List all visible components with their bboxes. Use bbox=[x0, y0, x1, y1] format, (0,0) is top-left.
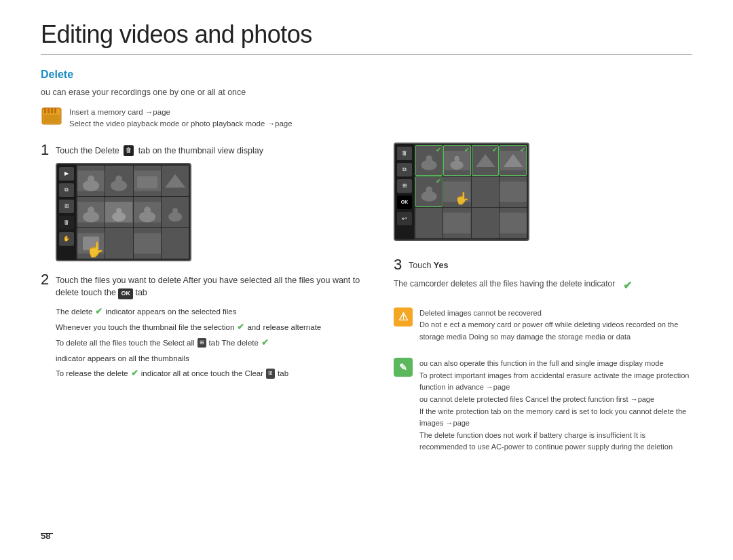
detail-line-4: To release the delete ✔ indicator all at… bbox=[56, 367, 366, 381]
svg-point-24 bbox=[144, 206, 151, 213]
hand-cursor-1: 👆 bbox=[86, 241, 105, 259]
checkmark-4: ✔ bbox=[131, 367, 138, 381]
svg-rect-50 bbox=[443, 212, 470, 233]
btn2-grid: ⊞ bbox=[397, 179, 412, 193]
grid-cell-9: 👆 bbox=[77, 228, 105, 259]
grid-cell-12 bbox=[162, 228, 189, 259]
grid-cell2-1: ✔ bbox=[415, 145, 443, 176]
sidebar-icons-1: ▶ ⧉ ⊞ 🗑 ✋ bbox=[57, 164, 76, 260]
grid-cell-4 bbox=[162, 166, 189, 196]
clear-badge: ⊞ bbox=[266, 369, 275, 379]
svg-point-11 bbox=[115, 175, 122, 182]
svg-rect-31 bbox=[134, 233, 161, 253]
grid-cell-6 bbox=[105, 197, 132, 227]
prereq-text: Insert a memory card →page Select the vi… bbox=[69, 107, 293, 130]
check-2: ✔ bbox=[464, 147, 470, 152]
delete-tab-icon: 🗑 bbox=[124, 145, 134, 156]
grid-cell2-8 bbox=[500, 176, 527, 207]
page-title: Editing videos and photos bbox=[41, 20, 692, 49]
svg-rect-49 bbox=[415, 212, 443, 233]
page-number: 58 bbox=[41, 531, 50, 541]
step-1: 1 Touch the Delete 🗑 tab on the thumbnai… bbox=[41, 143, 366, 261]
svg-point-26 bbox=[168, 212, 182, 221]
step-3: 3 Touch Yes The camcorder deletes all th… bbox=[394, 257, 692, 294]
svg-rect-30 bbox=[105, 233, 132, 253]
hand-cursor-2: 👆 bbox=[455, 191, 470, 206]
step2-header: 2 Touch the files you want to delete Aft… bbox=[41, 272, 366, 300]
left-col: 1 Touch the Delete 🗑 tab on the thumbnai… bbox=[41, 143, 366, 465]
step2-text: Touch the files you want to delete After… bbox=[56, 272, 366, 300]
grid-cell2-6: 👆 bbox=[443, 176, 470, 207]
step2-number: 2 bbox=[41, 272, 52, 287]
step1-number: 1 bbox=[41, 143, 52, 157]
svg-point-18 bbox=[88, 206, 94, 213]
page-container: Editing videos and photos Delete ou can … bbox=[0, 0, 733, 560]
step3-number: 3 bbox=[394, 257, 405, 272]
svg-rect-1 bbox=[44, 108, 46, 113]
check-4: ✔ bbox=[520, 147, 525, 152]
svg-rect-13 bbox=[137, 176, 157, 188]
step2-details: The delete ✔ indicator appears on the se… bbox=[56, 305, 366, 381]
info-icon: ✎ bbox=[394, 358, 413, 377]
grid-cell-8 bbox=[162, 197, 189, 227]
grid-cell2-5: ✔ bbox=[415, 176, 443, 207]
detail-line-2: Whenever you touch the thumbnail file th… bbox=[56, 320, 366, 335]
checkmark-step3: ✔ bbox=[623, 278, 632, 294]
grid-cell-11 bbox=[134, 228, 161, 259]
svg-rect-48 bbox=[500, 181, 527, 202]
grid-cell-3 bbox=[134, 166, 161, 196]
checkmark-3: ✔ bbox=[261, 336, 269, 350]
grid-cell2-7 bbox=[472, 176, 499, 207]
svg-rect-3 bbox=[51, 108, 53, 113]
camera-screen-2: 🗑 ⧉ ⊞ OK ↩ ✔ ✔ bbox=[394, 143, 529, 241]
step3-header: 3 Touch Yes bbox=[394, 257, 692, 272]
yes-bold: Yes bbox=[434, 261, 449, 270]
check-3: ✔ bbox=[492, 147, 497, 152]
checkmark-1: ✔ bbox=[95, 305, 102, 319]
prereq-box: Insert a memory card →page Select the vi… bbox=[41, 107, 692, 130]
svg-rect-52 bbox=[500, 212, 527, 233]
warning-icon: ⚠ bbox=[394, 307, 413, 326]
grid-cell2-4: ✔ bbox=[500, 145, 527, 176]
step3-text: Touch Yes bbox=[409, 257, 448, 272]
grid-cell-7 bbox=[134, 197, 161, 227]
svg-rect-2 bbox=[48, 108, 50, 113]
title-divider bbox=[41, 54, 692, 55]
svg-rect-5 bbox=[43, 115, 60, 123]
grid-area-2: ✔ ✔ ✔ ✔ bbox=[414, 144, 528, 240]
camera-screen-1: ▶ ⧉ ⊞ 🗑 ✋ bbox=[56, 163, 191, 261]
check-1: ✔ bbox=[436, 147, 441, 152]
section-title: Delete bbox=[41, 69, 692, 81]
ok-badge: OK bbox=[118, 288, 133, 299]
right-screen-area: 🗑 ⧉ ⊞ OK ↩ ✔ ✔ bbox=[394, 143, 692, 246]
step1-text: Touch the Delete 🗑 tab on the thumbnail … bbox=[56, 143, 263, 157]
grid-cell-5 bbox=[77, 197, 105, 227]
grid-cell2-12 bbox=[500, 208, 527, 238]
svg-rect-4 bbox=[54, 108, 56, 113]
grid-cell-2 bbox=[105, 166, 132, 196]
svg-rect-51 bbox=[472, 212, 499, 233]
btn2-delete: 🗑 bbox=[397, 147, 412, 160]
btn-grid: ⊞ bbox=[59, 200, 74, 213]
svg-point-35 bbox=[426, 155, 432, 162]
svg-point-8 bbox=[88, 175, 94, 182]
svg-point-37 bbox=[451, 160, 464, 169]
btn-copy: ⧉ bbox=[59, 183, 74, 197]
grid-cell2-3: ✔ bbox=[472, 145, 499, 176]
svg-point-38 bbox=[455, 155, 460, 161]
grid-area-1: 👆 bbox=[76, 164, 190, 260]
intro-text: ou can erase your recordings one by one … bbox=[41, 88, 692, 97]
btn-hand: ✋ bbox=[59, 232, 74, 246]
right-col: 🗑 ⧉ ⊞ OK ↩ ✔ ✔ bbox=[394, 143, 692, 465]
sidebar-icons-2: 🗑 ⧉ ⊞ OK ↩ bbox=[395, 144, 414, 240]
content-area: 1 Touch the Delete 🗑 tab on the thumbnai… bbox=[41, 143, 692, 465]
grid-cell2-11 bbox=[472, 208, 499, 238]
step1-header: 1 Touch the Delete 🗑 tab on the thumbnai… bbox=[41, 143, 366, 157]
step-2: 2 Touch the files you want to delete Aft… bbox=[41, 272, 366, 381]
btn2-copy: ⧉ bbox=[397, 163, 412, 176]
warning-text: Deleted images cannot be recovered Do no… bbox=[419, 307, 692, 343]
btn2-back: ↩ bbox=[397, 212, 412, 225]
grid-cell2-9 bbox=[415, 208, 443, 238]
grid-cell-1 bbox=[77, 166, 105, 196]
grid-cell2-2: ✔ bbox=[443, 145, 470, 176]
